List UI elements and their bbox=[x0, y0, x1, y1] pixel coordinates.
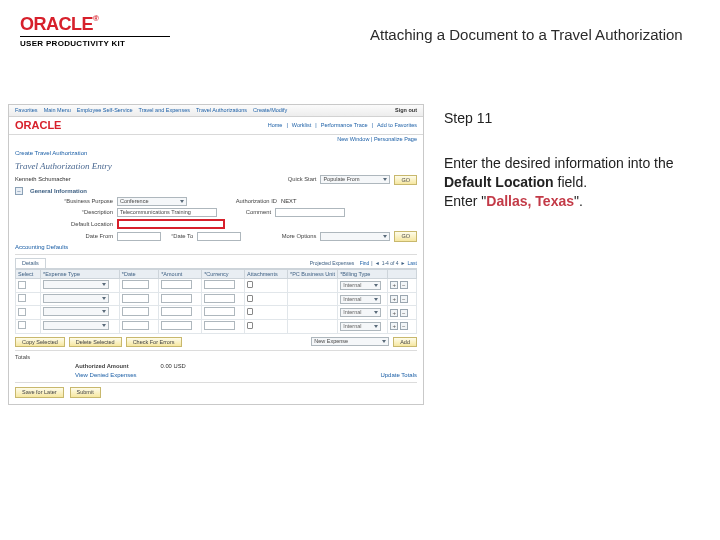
date-input[interactable] bbox=[122, 280, 150, 289]
ps-oracle-logo: ORACLE bbox=[15, 119, 61, 132]
add-row-icon[interactable]: + bbox=[390, 309, 398, 317]
view-denied-link[interactable]: View Denied Expenses bbox=[75, 372, 137, 379]
paperclip-icon[interactable] bbox=[247, 295, 253, 302]
amount-input[interactable] bbox=[161, 307, 191, 316]
step-number: Step 11 bbox=[444, 110, 712, 126]
nav-ess: Employee Self-Service bbox=[77, 107, 133, 114]
currency-input[interactable] bbox=[204, 280, 234, 289]
table-row: Internal + − bbox=[16, 319, 417, 333]
expense-grid: Select *Expense Type *Date *Amount *Curr… bbox=[15, 269, 417, 334]
currency-input[interactable] bbox=[204, 307, 234, 316]
grid-nav: Projected Expenses Find | ◄ 1-4 of 4 ► L… bbox=[310, 258, 417, 268]
ps-page-heading: Travel Authorization Entry bbox=[15, 161, 417, 172]
grid-find[interactable]: Find bbox=[360, 260, 370, 266]
add-row-icon[interactable]: + bbox=[390, 281, 398, 289]
logo-subtitle: USER PRODUCTIVITY KIT bbox=[20, 36, 170, 48]
expense-type-dropdown[interactable] bbox=[43, 307, 109, 316]
grid-first-icon[interactable]: ◄ bbox=[375, 260, 380, 266]
authid-label: Authorization ID bbox=[217, 198, 277, 205]
date-input[interactable] bbox=[122, 294, 150, 303]
expense-type-dropdown[interactable] bbox=[43, 294, 109, 303]
oracle-logo: ORACLE® USER PRODUCTIVITY KIT bbox=[20, 14, 170, 48]
paperclip-icon[interactable] bbox=[247, 308, 253, 315]
copy-selected-button[interactable]: Copy Selected bbox=[15, 337, 65, 348]
go-button-2[interactable]: GO bbox=[394, 231, 417, 242]
go-button[interactable]: GO bbox=[394, 175, 417, 186]
delete-selected-button[interactable]: Delete Selected bbox=[69, 337, 122, 348]
row-checkbox[interactable] bbox=[18, 308, 26, 316]
submit-button[interactable]: Submit bbox=[70, 387, 101, 398]
default-location-input[interactable] bbox=[117, 219, 225, 229]
more-options-label: More Options bbox=[282, 233, 317, 240]
row-checkbox[interactable] bbox=[18, 281, 26, 289]
screenshot-panel: Favorites Main Menu Employee Self-Servic… bbox=[8, 104, 424, 405]
nav-te: Travel and Expenses bbox=[138, 107, 189, 114]
ps-header-links: Home| Worklist| Performance Trace| Add t… bbox=[268, 122, 417, 129]
new-expense-dropdown[interactable]: New Expense bbox=[311, 337, 389, 346]
remove-row-icon[interactable]: − bbox=[400, 322, 408, 330]
row-checkbox[interactable] bbox=[18, 321, 26, 329]
totals-label: Totals bbox=[15, 354, 417, 361]
update-totals-link[interactable]: Update Totals bbox=[380, 372, 417, 379]
biz-purpose-dropdown[interactable]: Conference bbox=[117, 197, 187, 206]
paperclip-icon[interactable] bbox=[247, 322, 253, 329]
grid-last[interactable]: Last bbox=[408, 260, 417, 266]
paperclip-icon[interactable] bbox=[247, 281, 253, 288]
col-amount: *Amount bbox=[159, 269, 202, 279]
add-button[interactable]: Add bbox=[393, 337, 417, 348]
instruction-text: Enter the desired information into the D… bbox=[444, 154, 712, 211]
row-checkbox[interactable] bbox=[18, 294, 26, 302]
date-input[interactable] bbox=[122, 321, 150, 330]
remove-row-icon[interactable]: − bbox=[400, 295, 408, 303]
description-input[interactable]: Telecommunications Training bbox=[117, 208, 217, 217]
amount-input[interactable] bbox=[161, 294, 191, 303]
date-from-input[interactable] bbox=[117, 232, 161, 241]
remove-row-icon[interactable]: − bbox=[400, 281, 408, 289]
expense-type-dropdown[interactable] bbox=[43, 321, 109, 330]
nav-create: Create/Modify bbox=[253, 107, 287, 114]
nav-favorites: Favorites bbox=[15, 107, 38, 114]
currency-input[interactable] bbox=[204, 321, 234, 330]
accounting-defaults-link[interactable]: Accounting Defaults bbox=[15, 244, 68, 251]
ps-sublinks: New Window | Personalize Page bbox=[9, 135, 423, 146]
col-currency: *Currency bbox=[202, 269, 245, 279]
authorized-amount-label: Authorized Amount bbox=[75, 363, 129, 370]
billing-dropdown[interactable]: Internal bbox=[340, 281, 381, 290]
quickstart-dropdown[interactable]: Populate From bbox=[320, 175, 390, 184]
grid-tabbar: Details Projected Expenses Find | ◄ 1-4 … bbox=[15, 258, 417, 269]
date-to-label: Date To bbox=[171, 233, 193, 240]
date-input[interactable] bbox=[122, 307, 150, 316]
table-row: Internal + − bbox=[16, 292, 417, 306]
billing-dropdown[interactable]: Internal bbox=[340, 308, 381, 317]
details-tab[interactable]: Details bbox=[15, 258, 46, 268]
grid-last-icon[interactable]: ► bbox=[401, 260, 406, 266]
col-attachments: Attachments bbox=[245, 269, 288, 279]
billing-dropdown[interactable]: Internal bbox=[340, 295, 381, 304]
collapse-icon[interactable]: – bbox=[15, 187, 23, 195]
page-title: Attaching a Document to a Travel Authori… bbox=[170, 14, 700, 43]
amount-input[interactable] bbox=[161, 321, 191, 330]
col-type: *Expense Type bbox=[41, 269, 120, 279]
ps-breadcrumb-bar: Favorites Main Menu Employee Self-Servic… bbox=[9, 105, 423, 117]
biz-purpose-label: Business Purpose bbox=[43, 198, 113, 205]
save-for-later-button[interactable]: Save for Later bbox=[15, 387, 64, 398]
description-label: Description bbox=[43, 209, 113, 216]
comment-input[interactable] bbox=[275, 208, 345, 217]
add-row-icon[interactable]: + bbox=[390, 295, 398, 303]
amount-input[interactable] bbox=[161, 280, 191, 289]
oracle-wordmark: ORACLE bbox=[20, 14, 93, 34]
more-options-dropdown[interactable] bbox=[320, 232, 390, 241]
comment-label: Comment bbox=[229, 209, 271, 216]
currency-input[interactable] bbox=[204, 294, 234, 303]
table-row: Internal + − bbox=[16, 279, 417, 293]
check-errors-button[interactable]: Check For Errors bbox=[126, 337, 182, 348]
remove-row-icon[interactable]: − bbox=[400, 309, 408, 317]
expense-type-dropdown[interactable] bbox=[43, 280, 109, 289]
billing-dropdown[interactable]: Internal bbox=[340, 322, 381, 331]
add-row-icon[interactable]: + bbox=[390, 322, 398, 330]
date-from-label: Date From bbox=[43, 233, 113, 240]
authid-value: NEXT bbox=[281, 198, 296, 205]
nav-signout: Sign out bbox=[395, 107, 417, 114]
date-to-input[interactable] bbox=[197, 232, 241, 241]
employee-name: Kenneth Schumacher bbox=[15, 176, 125, 183]
